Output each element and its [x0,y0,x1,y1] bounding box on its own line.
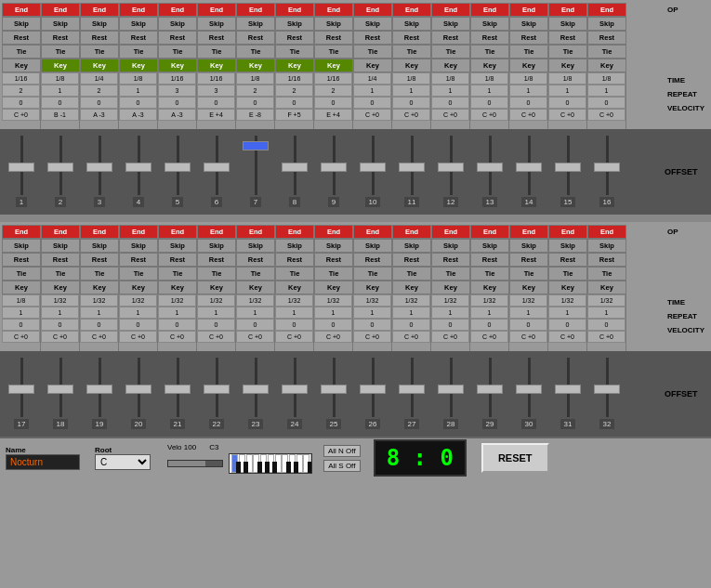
cell-rest-1[interactable]: Rest [2,31,41,45]
cell-repeat-11[interactable]: 1 [392,307,430,319]
cell-rest-14[interactable]: Rest [509,253,548,267]
cell-velocity-9[interactable]: 0 [314,319,352,331]
fader-num-14[interactable]: 14 [521,197,537,207]
cell-tie-7[interactable]: Tie [236,45,275,59]
cell-cv-2[interactable]: B -1 [41,109,79,121]
cell-repeat-10[interactable]: 1 [353,307,391,319]
cell-cv-8[interactable]: C +0 [275,331,313,343]
cell-time-10[interactable]: 1/4 [353,72,391,85]
cell-cv-6[interactable]: E +4 [197,109,235,121]
cell-rest-16[interactable]: Rest [587,253,626,267]
cell-tie-14[interactable]: Tie [509,267,548,281]
cell-repeat-8[interactable]: 2 [275,85,313,97]
cell-velocity-3[interactable]: 0 [80,97,118,109]
cell-tie-9[interactable]: Tie [314,45,353,59]
cell-skip-2[interactable]: Skip [41,17,80,31]
cell-velocity-1[interactable]: 0 [2,97,40,109]
fader-handle-27[interactable] [399,385,425,394]
all-s-off-button[interactable]: All S Off [323,460,361,472]
cell-key-7[interactable]: Key [236,59,275,72]
cell-cv-10[interactable]: C +0 [353,331,391,343]
cell-velocity-10[interactable]: 0 [353,319,391,331]
cell-repeat-15[interactable]: 1 [548,307,586,319]
cell-end-15[interactable]: End [548,3,587,17]
cell-key-11[interactable]: Key [392,281,431,294]
cell-end-2[interactable]: End [41,3,80,17]
fader-handle-12[interactable] [438,163,464,172]
cell-time-3[interactable]: 1/4 [80,72,118,85]
cell-velocity-11[interactable]: 0 [392,97,430,109]
fader-num-6[interactable]: 6 [211,197,222,207]
cell-skip-3[interactable]: Skip [80,239,119,253]
cell-velocity-12[interactable]: 0 [431,97,469,109]
cell-key-11[interactable]: Key [392,59,431,72]
cell-time-11[interactable]: 1/8 [392,72,430,85]
fader-num-11[interactable]: 11 [404,197,420,207]
cell-key-6[interactable]: Key [197,281,236,294]
cell-velocity-16[interactable]: 0 [587,97,625,109]
cell-repeat-5[interactable]: 1 [158,307,196,319]
cell-rest-10[interactable]: Rest [353,253,392,267]
fader-handle-24[interactable] [282,385,308,394]
cell-skip-4[interactable]: Skip [119,239,158,253]
cell-repeat-1[interactable]: 2 [2,85,40,97]
cell-tie-1[interactable]: Tie [2,267,41,281]
fader-handle-23[interactable] [243,385,269,394]
cell-key-4[interactable]: Key [119,59,158,72]
cell-velocity-4[interactable]: 0 [119,319,157,331]
fader-handle-10[interactable] [360,163,386,172]
cell-skip-7[interactable]: Skip [236,239,275,253]
cell-end-15[interactable]: End [548,225,587,239]
cell-cv-10[interactable]: C +0 [353,109,391,121]
cell-velocity-6[interactable]: 0 [197,97,235,109]
cell-time-3[interactable]: 1/32 [80,294,118,307]
cell-repeat-12[interactable]: 1 [431,85,469,97]
cell-rest-7[interactable]: Rest [236,253,275,267]
fader-handle-26[interactable] [360,385,386,394]
piano-black-key[interactable] [294,462,298,473]
cell-repeat-6[interactable]: 1 [197,307,235,319]
fader-num-9[interactable]: 9 [328,197,339,207]
cell-tie-1[interactable]: Tie [2,45,41,59]
fader-handle-13[interactable] [477,163,503,172]
cell-skip-15[interactable]: Skip [548,17,587,31]
cell-time-7[interactable]: 1/32 [236,294,274,307]
cell-key-7[interactable]: Key [236,281,275,294]
cell-time-16[interactable]: 1/8 [587,72,625,85]
cell-velocity-14[interactable]: 0 [509,319,547,331]
cell-velocity-8[interactable]: 0 [275,319,313,331]
cell-cv-16[interactable]: C +0 [587,331,625,343]
cell-key-16[interactable]: Key [587,59,626,72]
cell-repeat-15[interactable]: 1 [548,85,586,97]
cell-skip-4[interactable]: Skip [119,17,158,31]
cell-skip-12[interactable]: Skip [431,239,470,253]
cell-cv-7[interactable]: E -8 [236,109,274,121]
cell-end-11[interactable]: End [392,3,431,17]
cell-key-15[interactable]: Key [548,59,587,72]
fader-num-29[interactable]: 29 [482,419,498,429]
fader-handle-17[interactable] [8,385,34,394]
cell-cv-3[interactable]: C +0 [80,331,118,343]
cell-repeat-9[interactable]: 2 [314,85,352,97]
cell-skip-1[interactable]: Skip [2,17,41,31]
cell-time-16[interactable]: 1/32 [587,294,625,307]
fader-handle-20[interactable] [125,385,151,394]
cell-tie-5[interactable]: Tie [158,267,197,281]
cell-tie-2[interactable]: Tie [41,45,80,59]
cell-cv-5[interactable]: A -3 [158,109,196,121]
cell-key-9[interactable]: Key [314,59,353,72]
cell-tie-11[interactable]: Tie [392,267,431,281]
piano-black-key[interactable] [272,462,277,473]
fader-handle-4[interactable] [125,163,151,172]
cell-key-13[interactable]: Key [470,59,509,72]
cell-rest-2[interactable]: Rest [41,31,80,45]
cell-rest-7[interactable]: Rest [236,31,275,45]
cell-velocity-7[interactable]: 0 [236,319,274,331]
cell-repeat-2[interactable]: 1 [41,85,79,97]
cell-time-2[interactable]: 1/8 [41,72,79,85]
cell-cv-14[interactable]: C +0 [509,331,547,343]
cell-repeat-4[interactable]: 1 [119,85,157,97]
fader-handle-29[interactable] [477,385,503,394]
cell-tie-11[interactable]: Tie [392,45,431,59]
cell-rest-10[interactable]: Rest [353,31,392,45]
